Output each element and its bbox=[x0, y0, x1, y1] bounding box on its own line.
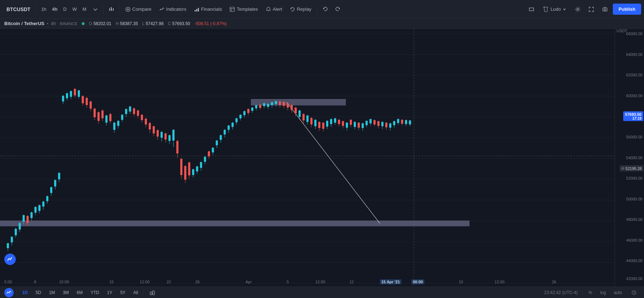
svg-rect-224 bbox=[381, 122, 383, 126]
financials-button[interactable]: Financials bbox=[191, 5, 226, 14]
svg-rect-236 bbox=[405, 120, 407, 124]
publish-button[interactable]: Publish bbox=[613, 4, 641, 15]
svg-rect-160 bbox=[255, 105, 257, 108]
period-5d[interactable]: 5D bbox=[33, 289, 43, 296]
svg-rect-54 bbox=[46, 196, 48, 201]
svg-rect-182 bbox=[299, 110, 301, 117]
svg-rect-202 bbox=[338, 120, 340, 124]
timeframe-4h[interactable]: 4h bbox=[49, 5, 60, 13]
fullscreen-icon[interactable] bbox=[586, 4, 597, 15]
bottom-divider-3 bbox=[582, 290, 582, 295]
svg-rect-96 bbox=[129, 107, 131, 112]
compare-button[interactable]: Compare bbox=[122, 5, 155, 14]
svg-rect-7 bbox=[196, 9, 197, 11]
svg-rect-140 bbox=[216, 141, 218, 145]
svg-rect-226 bbox=[385, 123, 387, 127]
svg-rect-116 bbox=[168, 135, 171, 141]
svg-rect-138 bbox=[212, 148, 214, 152]
svg-rect-216 bbox=[366, 121, 368, 125]
period-all[interactable]: All bbox=[131, 289, 140, 296]
svg-rect-180 bbox=[295, 108, 297, 113]
svg-rect-190 bbox=[314, 120, 316, 126]
svg-rect-172 bbox=[279, 101, 281, 105]
price-42000: 42000.00 bbox=[626, 276, 643, 281]
svg-rect-40 bbox=[19, 223, 21, 230]
svg-rect-208 bbox=[350, 120, 352, 125]
divider-1 bbox=[36, 4, 37, 14]
svg-rect-218 bbox=[369, 119, 372, 123]
replay-button[interactable]: Replay bbox=[286, 5, 315, 14]
svg-rect-152 bbox=[239, 115, 242, 118]
price-50000: 50000.00 bbox=[626, 197, 643, 201]
period-3m[interactable]: 3M bbox=[60, 289, 71, 296]
svg-rect-162 bbox=[259, 105, 261, 108]
svg-rect-222 bbox=[377, 121, 380, 126]
timestamp: 23:42:42 (UTC-4) bbox=[544, 290, 578, 295]
svg-rect-234 bbox=[401, 120, 403, 124]
svg-rect-56 bbox=[50, 187, 52, 193]
svg-point-13 bbox=[604, 9, 606, 10]
period-1m[interactable]: 1M bbox=[47, 289, 58, 296]
price-52000: 52000.00 bbox=[626, 176, 643, 180]
auto-toggle[interactable]: auto bbox=[612, 289, 624, 296]
indicators-button[interactable]: Indicators bbox=[156, 5, 190, 14]
svg-rect-46 bbox=[30, 212, 33, 218]
percent-toggle[interactable]: % bbox=[587, 289, 594, 296]
timeframe-more-icon[interactable] bbox=[90, 4, 101, 15]
redo-icon[interactable] bbox=[332, 4, 343, 15]
svg-rect-76 bbox=[90, 101, 92, 109]
svg-rect-142 bbox=[220, 135, 222, 140]
period-1y[interactable]: 1Y bbox=[105, 289, 115, 296]
svg-rect-112 bbox=[161, 132, 163, 138]
timeframe-1h[interactable]: 1h bbox=[39, 5, 49, 13]
pair-info-row: Bitcoin / TetherUS · 4h BINANCE O 58202.… bbox=[0, 19, 644, 29]
svg-rect-124 bbox=[184, 166, 186, 180]
bottom-bar: 1D 5D 1M 3M 6M YTD 1Y 5Y All 23:42:42 (U… bbox=[0, 287, 644, 298]
bottom-divider-1 bbox=[16, 290, 17, 295]
settings-icon[interactable] bbox=[572, 4, 583, 15]
log-toggle[interactable]: log bbox=[598, 289, 608, 296]
price-axis: USDT 66000.00 64000.00 62000.00 60000.00… bbox=[615, 29, 644, 287]
svg-rect-30 bbox=[0, 221, 469, 226]
alert-button[interactable]: Alert bbox=[262, 5, 286, 14]
svg-rect-8 bbox=[198, 8, 199, 11]
current-price-label: 57693.50 17:19 bbox=[623, 112, 643, 121]
svg-rect-94 bbox=[125, 109, 127, 114]
period-1d[interactable]: 1D bbox=[20, 289, 30, 296]
svg-rect-44 bbox=[27, 216, 29, 223]
svg-rect-174 bbox=[283, 102, 285, 106]
ohlc-low: L 57427.98 bbox=[142, 21, 164, 26]
svg-rect-106 bbox=[149, 123, 151, 129]
user-menu[interactable]: Ludo bbox=[539, 5, 570, 14]
svg-rect-158 bbox=[251, 108, 253, 111]
svg-rect-70 bbox=[78, 90, 80, 97]
period-6m[interactable]: 6M bbox=[74, 289, 85, 296]
axis-currency-label: USDT bbox=[616, 29, 627, 33]
chart-type-icon[interactable] bbox=[106, 4, 117, 15]
svg-rect-10 bbox=[529, 8, 534, 11]
price-44000: 44000.00 bbox=[626, 259, 643, 263]
svg-rect-146 bbox=[228, 126, 230, 130]
period-ytd[interactable]: YTD bbox=[88, 289, 102, 296]
compare-periods-icon[interactable] bbox=[147, 287, 158, 298]
svg-rect-90 bbox=[117, 121, 119, 126]
period-5y[interactable]: 5Y bbox=[118, 289, 128, 296]
chart-area[interactable]: 5:00 8 15:00 15 12:00 22 26 Apr 5 12:00 … bbox=[0, 29, 615, 287]
symbol-label[interactable]: BTCUSDT bbox=[3, 5, 34, 14]
svg-rect-194 bbox=[322, 123, 324, 129]
bottom-divider-2 bbox=[143, 290, 144, 295]
divider-2 bbox=[103, 4, 104, 14]
svg-rect-122 bbox=[180, 159, 182, 175]
rectangle-tool-icon[interactable] bbox=[526, 4, 537, 15]
templates-button[interactable]: Templates bbox=[226, 5, 261, 14]
divider-4 bbox=[317, 4, 318, 14]
svg-rect-240 bbox=[153, 291, 154, 295]
undo-icon[interactable] bbox=[320, 4, 331, 15]
timeframe-d[interactable]: D bbox=[61, 5, 69, 13]
timeframe-w[interactable]: W bbox=[70, 5, 79, 13]
timeframe-m[interactable]: M bbox=[80, 5, 89, 13]
svg-rect-80 bbox=[97, 112, 100, 121]
settings-time-icon[interactable] bbox=[628, 287, 640, 298]
svg-rect-198 bbox=[330, 119, 332, 124]
screenshot-icon[interactable] bbox=[599, 4, 611, 15]
